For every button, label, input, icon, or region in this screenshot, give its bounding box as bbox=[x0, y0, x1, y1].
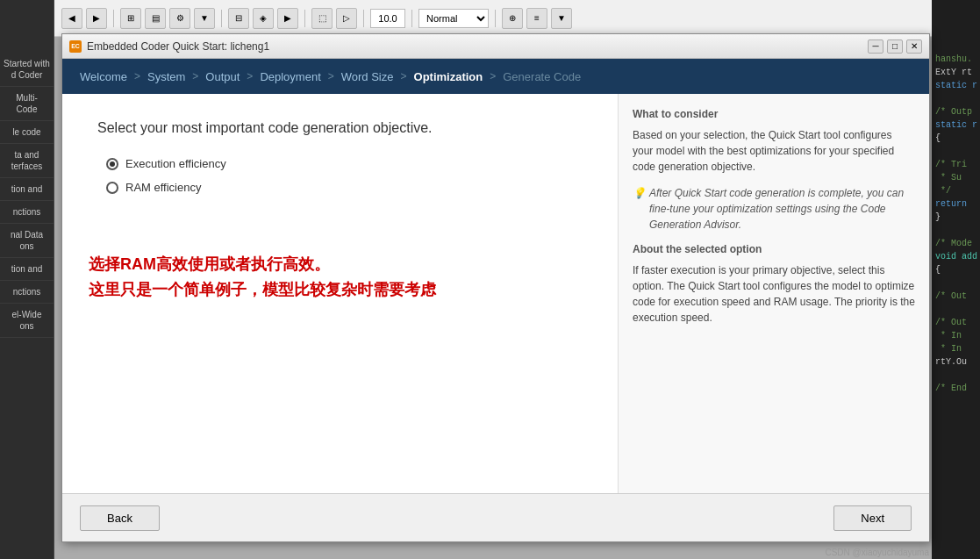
info-panel: What to consider Based on your selection… bbox=[618, 94, 929, 493]
sidebar-item-1[interactable]: Multi-Code bbox=[0, 87, 54, 121]
info-note: 💡 After Quick Start code generation is c… bbox=[633, 185, 915, 233]
back-button[interactable]: Back bbox=[80, 505, 160, 531]
info-about-title: About the selected option bbox=[633, 243, 915, 255]
toolbar-forward-btn[interactable]: ▶ bbox=[86, 8, 107, 29]
close-button[interactable]: ✕ bbox=[906, 39, 922, 54]
radio-execution-label: Execution efficiency bbox=[125, 157, 226, 170]
sidebar-item-3[interactable]: ta andterfaces bbox=[0, 144, 54, 178]
toolbar-sep-1 bbox=[113, 10, 114, 27]
nav-breadcrumb: Welcome > System > Output > Deployment >… bbox=[62, 59, 929, 94]
dialog-window: EC Embedded Coder Quick Start: licheng1 … bbox=[61, 33, 930, 542]
toolbar-back-btn[interactable]: ◀ bbox=[61, 8, 82, 29]
toolbar-btn-3[interactable]: ⚙ bbox=[169, 8, 190, 29]
toolbar-sep-2 bbox=[221, 10, 222, 27]
toolbar-btn-4[interactable]: ▼ bbox=[194, 8, 215, 29]
bulb-icon: 💡 bbox=[633, 185, 646, 233]
sidebar-item-4[interactable]: tion and bbox=[0, 178, 54, 201]
dialog-title-text: Embedded Coder Quick Start: licheng1 bbox=[87, 40, 862, 53]
nav-step-welcome[interactable]: Welcome bbox=[80, 70, 127, 83]
info-about-text: If faster execution is your primary obje… bbox=[633, 262, 915, 326]
left-sidebar: Started with d Coder Multi-Code le code … bbox=[0, 0, 54, 559]
nav-arrow-2: > bbox=[192, 70, 198, 82]
dialog-footer: Back Next bbox=[62, 493, 929, 541]
toolbar-sep-4 bbox=[363, 10, 364, 27]
nav-step-system[interactable]: System bbox=[147, 70, 185, 83]
info-what-to-consider-text: Based on your selection, the Quick Start… bbox=[633, 127, 915, 175]
info-note-text: After Quick Start code generation is com… bbox=[649, 185, 915, 233]
restore-button[interactable]: □ bbox=[887, 39, 903, 54]
code-editor-right: hanshu. ExtY rt static r /* Outp static … bbox=[932, 0, 980, 559]
radio-ram-circle[interactable] bbox=[106, 182, 118, 194]
toolbar-btn-1[interactable]: ⊞ bbox=[120, 8, 141, 29]
sidebar-item-2[interactable]: le code bbox=[0, 121, 54, 144]
minimize-button[interactable]: ─ bbox=[868, 39, 883, 54]
dialog-titlebar: EC Embedded Coder Quick Start: licheng1 … bbox=[62, 34, 929, 59]
toolbar-sep-5 bbox=[411, 10, 412, 27]
dialog-controls: ─ □ ✕ bbox=[868, 39, 922, 54]
content-left: Select your most important code generati… bbox=[62, 94, 618, 493]
nav-arrow-3: > bbox=[247, 70, 253, 82]
nav-arrow-4: > bbox=[328, 70, 334, 82]
toolbar-btn-6[interactable]: ◈ bbox=[253, 8, 274, 29]
annotation-text: 选择RAM高效使用或者执行高效。 这里只是一个简单例子，模型比较复杂时需要考虑 bbox=[89, 252, 436, 303]
info-what-to-consider-title: What to consider bbox=[633, 108, 915, 120]
annotation-line2: 这里只是一个简单例子，模型比较复杂时需要考虑 bbox=[89, 277, 436, 303]
sidebar-item-5[interactable]: nctions bbox=[0, 201, 54, 224]
sidebar-item-8[interactable]: nctions bbox=[0, 281, 54, 304]
annotation-line1: 选择RAM高效使用或者执行高效。 bbox=[89, 252, 436, 277]
toolbar-btn-7[interactable]: ▶ bbox=[277, 8, 298, 29]
next-button[interactable]: Next bbox=[833, 505, 912, 531]
mode-dropdown[interactable]: Normal Bold bbox=[418, 9, 489, 28]
toolbar: ◀ ▶ ⊞ ▤ ⚙ ▼ ⊟ ◈ ▶ ⬚ ▷ Normal Bold ⊕ ≡ ▼ bbox=[54, 0, 932, 37]
toolbar-btn-5[interactable]: ⊟ bbox=[228, 8, 249, 29]
radio-item-execution[interactable]: Execution efficiency bbox=[106, 157, 583, 170]
toolbar-btn-9[interactable]: ▷ bbox=[336, 8, 357, 29]
content-title: Select your most important code generati… bbox=[97, 120, 583, 136]
nav-step-generate: Generate Code bbox=[503, 70, 581, 83]
nav-step-output[interactable]: Output bbox=[205, 70, 240, 83]
sidebar-item-0[interactable]: Started with d Coder bbox=[0, 53, 54, 87]
nav-arrow-6: > bbox=[490, 70, 496, 82]
sidebar-item-6[interactable]: nal Dataons bbox=[0, 224, 54, 258]
toolbar-btn-10[interactable]: ⊕ bbox=[502, 8, 523, 29]
nav-arrow-5: > bbox=[401, 70, 407, 82]
sidebar-item-9[interactable]: el-Wideons bbox=[0, 304, 54, 338]
toolbar-sep-6 bbox=[495, 10, 496, 27]
radio-ram-label: RAM efficiency bbox=[125, 181, 201, 194]
radio-group: Execution efficiency RAM efficiency bbox=[106, 157, 583, 194]
watermark: CSDN @xiaoyuchidayuma bbox=[825, 548, 929, 557]
nav-arrow-1: > bbox=[134, 70, 140, 82]
toolbar-btn-8[interactable]: ⬚ bbox=[311, 8, 333, 29]
nav-step-optimization[interactable]: Optimization bbox=[414, 70, 483, 83]
dialog-icon: EC bbox=[69, 40, 82, 53]
nav-step-wordsize[interactable]: Word Size bbox=[341, 70, 394, 83]
sidebar-item-7[interactable]: tion and bbox=[0, 258, 54, 281]
nav-step-deployment[interactable]: Deployment bbox=[260, 70, 320, 83]
dialog-content: Select your most important code generati… bbox=[62, 94, 929, 493]
zoom-input[interactable] bbox=[370, 9, 405, 28]
toolbar-btn-12[interactable]: ▼ bbox=[551, 8, 572, 29]
radio-execution-circle[interactable] bbox=[106, 158, 118, 170]
toolbar-sep-3 bbox=[304, 10, 305, 27]
toolbar-btn-11[interactable]: ≡ bbox=[526, 8, 547, 29]
radio-item-ram[interactable]: RAM efficiency bbox=[106, 181, 583, 194]
toolbar-btn-2[interactable]: ▤ bbox=[145, 8, 166, 29]
